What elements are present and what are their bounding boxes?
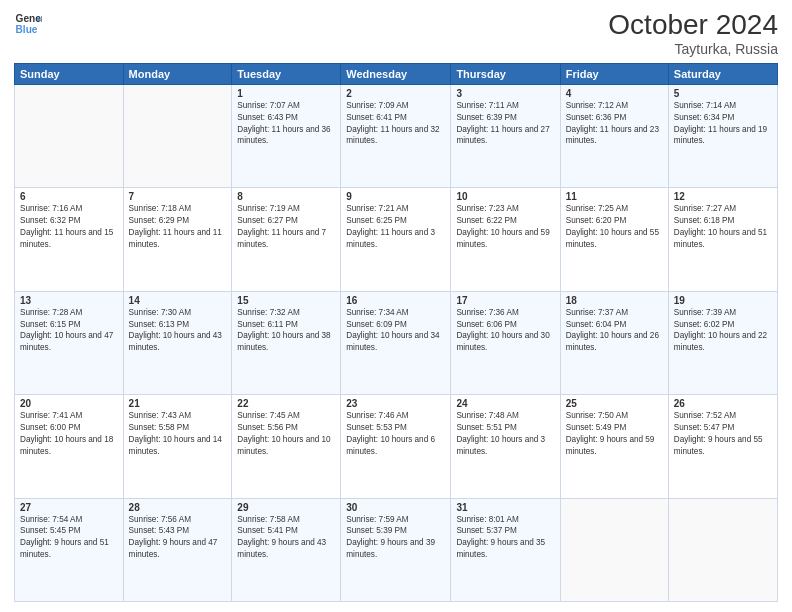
day-info: Sunrise: 7:36 AM Sunset: 6:06 PM Dayligh…: [456, 307, 554, 355]
day-number: 24: [456, 398, 554, 409]
calendar-cell: 1Sunrise: 7:07 AM Sunset: 6:43 PM Daylig…: [232, 84, 341, 187]
calendar-cell: 23Sunrise: 7:46 AM Sunset: 5:53 PM Dayli…: [341, 395, 451, 498]
day-info: Sunrise: 7:41 AM Sunset: 6:00 PM Dayligh…: [20, 410, 118, 458]
calendar-cell: [668, 498, 777, 601]
day-number: 30: [346, 502, 445, 513]
calendar-cell: 16Sunrise: 7:34 AM Sunset: 6:09 PM Dayli…: [341, 291, 451, 394]
calendar-cell: 28Sunrise: 7:56 AM Sunset: 5:43 PM Dayli…: [123, 498, 232, 601]
day-info: Sunrise: 7:27 AM Sunset: 6:18 PM Dayligh…: [674, 203, 772, 251]
calendar-cell: 24Sunrise: 7:48 AM Sunset: 5:51 PM Dayli…: [451, 395, 560, 498]
day-number: 14: [129, 295, 227, 306]
day-info: Sunrise: 7:30 AM Sunset: 6:13 PM Dayligh…: [129, 307, 227, 355]
day-number: 2: [346, 88, 445, 99]
calendar-cell: 31Sunrise: 8:01 AM Sunset: 5:37 PM Dayli…: [451, 498, 560, 601]
day-info: Sunrise: 8:01 AM Sunset: 5:37 PM Dayligh…: [456, 514, 554, 562]
calendar-cell: 14Sunrise: 7:30 AM Sunset: 6:13 PM Dayli…: [123, 291, 232, 394]
day-number: 3: [456, 88, 554, 99]
calendar-cell: 26Sunrise: 7:52 AM Sunset: 5:47 PM Dayli…: [668, 395, 777, 498]
calendar-cell: [123, 84, 232, 187]
title-area: October 2024 Tayturka, Russia: [608, 10, 778, 57]
day-info: Sunrise: 7:34 AM Sunset: 6:09 PM Dayligh…: [346, 307, 445, 355]
day-number: 8: [237, 191, 335, 202]
col-header-friday: Friday: [560, 63, 668, 84]
day-number: 12: [674, 191, 772, 202]
col-header-monday: Monday: [123, 63, 232, 84]
calendar-cell: 11Sunrise: 7:25 AM Sunset: 6:20 PM Dayli…: [560, 188, 668, 291]
day-info: Sunrise: 7:37 AM Sunset: 6:04 PM Dayligh…: [566, 307, 663, 355]
day-number: 15: [237, 295, 335, 306]
svg-text:Blue: Blue: [16, 24, 38, 35]
day-info: Sunrise: 7:28 AM Sunset: 6:15 PM Dayligh…: [20, 307, 118, 355]
week-row-5: 27Sunrise: 7:54 AM Sunset: 5:45 PM Dayli…: [15, 498, 778, 601]
calendar-cell: 30Sunrise: 7:59 AM Sunset: 5:39 PM Dayli…: [341, 498, 451, 601]
day-number: 16: [346, 295, 445, 306]
logo-icon: General Blue: [14, 10, 42, 38]
calendar-cell: 10Sunrise: 7:23 AM Sunset: 6:22 PM Dayli…: [451, 188, 560, 291]
day-number: 22: [237, 398, 335, 409]
calendar-cell: 20Sunrise: 7:41 AM Sunset: 6:00 PM Dayli…: [15, 395, 124, 498]
calendar-cell: 9Sunrise: 7:21 AM Sunset: 6:25 PM Daylig…: [341, 188, 451, 291]
week-row-3: 13Sunrise: 7:28 AM Sunset: 6:15 PM Dayli…: [15, 291, 778, 394]
header: General Blue October 2024 Tayturka, Russ…: [14, 10, 778, 57]
col-header-wednesday: Wednesday: [341, 63, 451, 84]
col-header-tuesday: Tuesday: [232, 63, 341, 84]
calendar-cell: 25Sunrise: 7:50 AM Sunset: 5:49 PM Dayli…: [560, 395, 668, 498]
day-number: 5: [674, 88, 772, 99]
calendar-cell: 21Sunrise: 7:43 AM Sunset: 5:58 PM Dayli…: [123, 395, 232, 498]
week-row-1: 1Sunrise: 7:07 AM Sunset: 6:43 PM Daylig…: [15, 84, 778, 187]
day-number: 25: [566, 398, 663, 409]
day-info: Sunrise: 7:54 AM Sunset: 5:45 PM Dayligh…: [20, 514, 118, 562]
logo: General Blue: [14, 10, 42, 38]
day-number: 18: [566, 295, 663, 306]
calendar-cell: 29Sunrise: 7:58 AM Sunset: 5:41 PM Dayli…: [232, 498, 341, 601]
day-info: Sunrise: 7:25 AM Sunset: 6:20 PM Dayligh…: [566, 203, 663, 251]
calendar-cell: 18Sunrise: 7:37 AM Sunset: 6:04 PM Dayli…: [560, 291, 668, 394]
day-number: 23: [346, 398, 445, 409]
calendar-cell: [560, 498, 668, 601]
location: Tayturka, Russia: [608, 41, 778, 57]
calendar-cell: 22Sunrise: 7:45 AM Sunset: 5:56 PM Dayli…: [232, 395, 341, 498]
day-number: 29: [237, 502, 335, 513]
day-info: Sunrise: 7:45 AM Sunset: 5:56 PM Dayligh…: [237, 410, 335, 458]
day-info: Sunrise: 7:14 AM Sunset: 6:34 PM Dayligh…: [674, 100, 772, 148]
day-info: Sunrise: 7:18 AM Sunset: 6:29 PM Dayligh…: [129, 203, 227, 251]
day-number: 9: [346, 191, 445, 202]
day-info: Sunrise: 7:56 AM Sunset: 5:43 PM Dayligh…: [129, 514, 227, 562]
calendar-table: SundayMondayTuesdayWednesdayThursdayFrid…: [14, 63, 778, 602]
day-number: 19: [674, 295, 772, 306]
day-info: Sunrise: 7:32 AM Sunset: 6:11 PM Dayligh…: [237, 307, 335, 355]
day-info: Sunrise: 7:46 AM Sunset: 5:53 PM Dayligh…: [346, 410, 445, 458]
month-title: October 2024: [608, 10, 778, 41]
calendar-cell: 7Sunrise: 7:18 AM Sunset: 6:29 PM Daylig…: [123, 188, 232, 291]
calendar-cell: 8Sunrise: 7:19 AM Sunset: 6:27 PM Daylig…: [232, 188, 341, 291]
calendar-cell: 27Sunrise: 7:54 AM Sunset: 5:45 PM Dayli…: [15, 498, 124, 601]
col-header-saturday: Saturday: [668, 63, 777, 84]
day-number: 13: [20, 295, 118, 306]
day-number: 6: [20, 191, 118, 202]
day-number: 10: [456, 191, 554, 202]
calendar-cell: 6Sunrise: 7:16 AM Sunset: 6:32 PM Daylig…: [15, 188, 124, 291]
day-info: Sunrise: 7:58 AM Sunset: 5:41 PM Dayligh…: [237, 514, 335, 562]
day-number: 21: [129, 398, 227, 409]
calendar-cell: 19Sunrise: 7:39 AM Sunset: 6:02 PM Dayli…: [668, 291, 777, 394]
day-info: Sunrise: 7:23 AM Sunset: 6:22 PM Dayligh…: [456, 203, 554, 251]
day-info: Sunrise: 7:48 AM Sunset: 5:51 PM Dayligh…: [456, 410, 554, 458]
day-info: Sunrise: 7:12 AM Sunset: 6:36 PM Dayligh…: [566, 100, 663, 148]
day-info: Sunrise: 7:21 AM Sunset: 6:25 PM Dayligh…: [346, 203, 445, 251]
calendar-cell: 5Sunrise: 7:14 AM Sunset: 6:34 PM Daylig…: [668, 84, 777, 187]
day-info: Sunrise: 7:52 AM Sunset: 5:47 PM Dayligh…: [674, 410, 772, 458]
day-number: 1: [237, 88, 335, 99]
calendar-cell: 2Sunrise: 7:09 AM Sunset: 6:41 PM Daylig…: [341, 84, 451, 187]
calendar-cell: 3Sunrise: 7:11 AM Sunset: 6:39 PM Daylig…: [451, 84, 560, 187]
day-number: 11: [566, 191, 663, 202]
calendar-cell: 15Sunrise: 7:32 AM Sunset: 6:11 PM Dayli…: [232, 291, 341, 394]
day-number: 31: [456, 502, 554, 513]
page: General Blue October 2024 Tayturka, Russ…: [0, 0, 792, 612]
day-info: Sunrise: 7:59 AM Sunset: 5:39 PM Dayligh…: [346, 514, 445, 562]
calendar-cell: 12Sunrise: 7:27 AM Sunset: 6:18 PM Dayli…: [668, 188, 777, 291]
header-row: SundayMondayTuesdayWednesdayThursdayFrid…: [15, 63, 778, 84]
day-number: 17: [456, 295, 554, 306]
day-info: Sunrise: 7:11 AM Sunset: 6:39 PM Dayligh…: [456, 100, 554, 148]
day-info: Sunrise: 7:19 AM Sunset: 6:27 PM Dayligh…: [237, 203, 335, 251]
day-info: Sunrise: 7:43 AM Sunset: 5:58 PM Dayligh…: [129, 410, 227, 458]
